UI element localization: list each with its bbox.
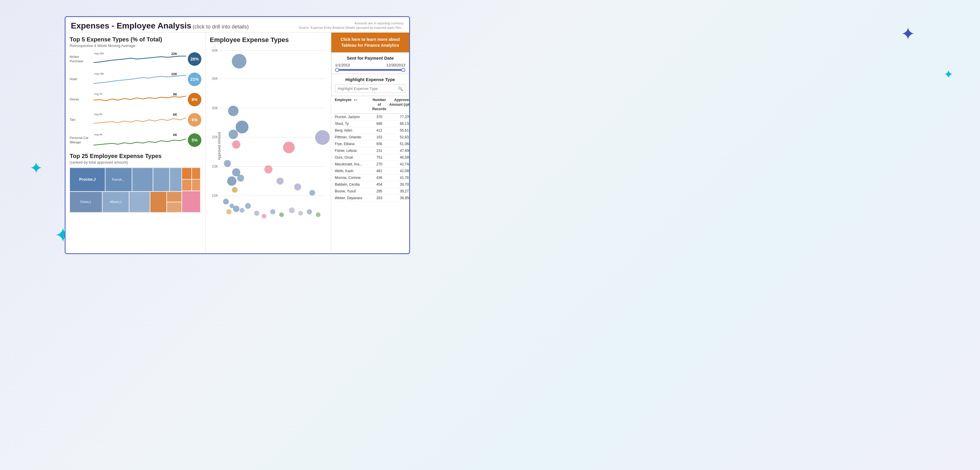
table-row[interactable]: Macdonald, Ara... 270 42,744 [334, 161, 407, 168]
expense-row-hotel: Hotel Avg 19K 22K 21% [70, 71, 201, 87]
expense-row-taxi: Taxi Avg 5K 6K 6% [70, 112, 201, 128]
svg-point-57 [289, 207, 295, 213]
table-row[interactable]: Wells, Kash 481 42,065 [334, 168, 407, 175]
table-row[interactable]: Morrow, Corinne 436 41,767 [334, 175, 407, 181]
table-row[interactable]: Pittman, Orlando 163 52,831 [334, 134, 407, 141]
scatter-area: Approved Amount 40K 35K 30K 25K 20K 15K [210, 46, 327, 246]
employee-amount: 39,703 [388, 183, 409, 187]
employee-name: Frye, Elliana [335, 142, 370, 146]
employee-records: 231 [371, 149, 387, 153]
table-row[interactable]: Weber, Dayanara 263 38,958 [334, 195, 407, 202]
expense-row-airfare: AirfarePurchase Avg 25K 22K 28% [70, 51, 201, 67]
table-row[interactable]: Fisher, Leticia 231 47,456 [334, 148, 407, 154]
source-info: Amounts are in reporting currency. Sourc… [299, 21, 404, 30]
employee-amount: 66,134 [388, 122, 409, 126]
filter-icon[interactable]: ⚬≡ [353, 98, 358, 102]
table-row[interactable]: Ours, Orval 751 46,589 [334, 154, 407, 161]
middle-panel: Employee Expense Types Approved Amount 4… [206, 33, 331, 252]
expense-label-dinner: Dinner [70, 97, 92, 102]
scatter-svg: 40K 35K 30K 25K 20K 15K [210, 46, 327, 246]
date-filter-title: Sent for Payment Date [335, 56, 405, 60]
svg-point-46 [309, 190, 315, 195]
svg-rect-13 [150, 192, 166, 212]
date-slider-track[interactable] [335, 69, 405, 71]
expense-label-taxi: Taxi [70, 118, 92, 122]
employee-records: 270 [371, 162, 387, 166]
employee-records: 751 [371, 156, 387, 159]
svg-rect-6 [192, 168, 200, 179]
badge-airfare: 28% [188, 52, 201, 66]
employee-amount: 51,068 [388, 142, 409, 146]
date-end: 12/30/2013 [386, 63, 405, 67]
svg-point-59 [307, 209, 312, 214]
employee-name: Pittman, Orlando [335, 135, 370, 139]
search-icon: 🔍 [398, 86, 403, 91]
svg-point-33 [228, 106, 239, 116]
svg-point-52 [245, 203, 251, 209]
svg-point-54 [262, 214, 266, 219]
slider-thumb-left[interactable] [335, 68, 339, 72]
svg-rect-8 [192, 179, 200, 191]
svg-text:Proctor,J: Proctor,J [80, 177, 96, 181]
employee-amount: 46,589 [388, 156, 409, 159]
svg-point-51 [240, 208, 244, 213]
badge-hotel: 21% [188, 73, 201, 86]
employee-records: 263 [371, 196, 387, 200]
svg-rect-15 [167, 202, 181, 213]
tableau-button[interactable]: Click here to learn more about Tableau f… [331, 33, 409, 52]
svg-point-53 [254, 211, 259, 216]
col-header-records: Number of Records [371, 98, 387, 112]
svg-point-40 [227, 176, 237, 186]
star-decoration-3: ✦ [29, 159, 43, 178]
expense-label-mileage: Personal CarMileage [70, 136, 92, 144]
left-panel: Top 5 Expense Types (% of Total) Retrosp… [65, 33, 206, 252]
star-decoration-2: ✦ [943, 68, 953, 81]
svg-text:30K: 30K [212, 106, 218, 110]
table-row[interactable]: Stout, Ty 680 66,134 [334, 121, 407, 127]
expense-row-dinner: Dinner Avg 7K 9K 8% [70, 91, 201, 108]
employee-records: 370 [371, 115, 387, 119]
employee-records: 481 [371, 169, 387, 173]
svg-point-35 [229, 130, 238, 139]
top25-title: Top 25 Employee Expense Types [70, 153, 201, 159]
sparkline-dinner: Avg 7K 9K [94, 91, 186, 108]
employee-amount: 38,958 [388, 196, 409, 200]
employee-amount: 47,456 [388, 149, 409, 153]
table-row[interactable]: Berg, Aden 412 55,613 [334, 127, 407, 134]
svg-text:Fisher,L: Fisher,L [80, 200, 92, 203]
highlight-section: Highlight Expense Type 🔍 [331, 74, 409, 96]
employee-amount: 52,831 [388, 135, 409, 139]
employee-records: 285 [371, 189, 387, 193]
svg-rect-14 [167, 192, 181, 202]
table-row[interactable]: Baldwin, Cecilia 454 39,703 [334, 181, 407, 188]
top5-subtitle: Retrospective 4 Week Moving Average [70, 43, 201, 48]
employee-amount: 41,767 [388, 176, 409, 180]
highlight-search-input[interactable] [335, 84, 405, 93]
top25-section: Top 25 Employee Expense Types (ranked by… [70, 153, 201, 213]
sparkline-mileage: Avg 4K 6K [94, 132, 186, 148]
table-header: Employee ⚬≡ Number of Records Approved A… [334, 96, 407, 114]
svg-text:40K: 40K [212, 48, 218, 52]
table-row[interactable]: Proctor, Jazlynn 370 77,370 [334, 114, 407, 121]
svg-point-55 [270, 209, 275, 214]
table-row[interactable]: Boone, Yusuf 285 39,271 [334, 188, 407, 195]
svg-point-32 [232, 54, 246, 68]
svg-rect-7 [182, 179, 191, 191]
treemap[interactable]: Proctor,J Parrott,... Fisher,L Allison,J [70, 167, 201, 213]
date-filter-section: Sent for Payment Date 1/1/2013 12/30/201… [331, 52, 409, 74]
svg-point-56 [279, 213, 284, 217]
employee-records: 656 [371, 142, 387, 146]
svg-point-42 [232, 187, 237, 193]
star-decoration-1: ✦ [900, 24, 915, 44]
svg-point-50 [226, 209, 232, 214]
svg-point-49 [233, 206, 239, 212]
table-row[interactable]: Frye, Elliana 656 51,068 [334, 141, 407, 148]
slider-thumb-right[interactable] [401, 68, 405, 72]
sparkline-hotel: Avg 19K 22K [94, 71, 186, 87]
employee-table: Employee ⚬≡ Number of Records Approved A… [331, 96, 409, 252]
svg-rect-2 [132, 168, 153, 191]
y-axis-label: Approved Amount [217, 132, 221, 160]
employee-records: 454 [371, 183, 387, 187]
expense-label-hotel: Hotel [70, 77, 92, 81]
employee-records: 163 [371, 135, 387, 139]
